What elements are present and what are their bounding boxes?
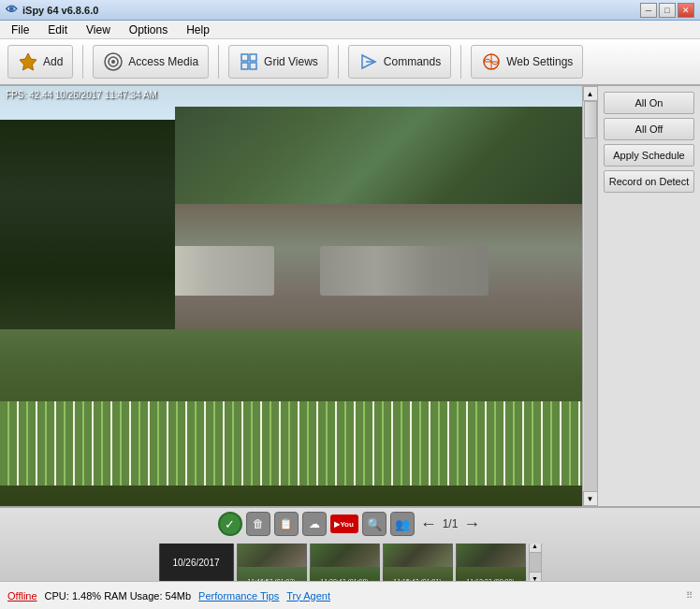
back-arrow[interactable]: ← (418, 513, 439, 536)
thumbnail-1[interactable]: 11:46:53 (01:02) (237, 544, 307, 581)
toolbar: Add Access Media Grid Views (0, 39, 700, 86)
apply-schedule-button[interactable]: Apply Schedule (604, 144, 694, 167)
menu-help[interactable]: Help (179, 22, 217, 38)
camera-image (0, 86, 582, 506)
cpu-ram-text: CPU: 1.48% RAM Usage: 54Mb (45, 590, 192, 602)
svg-marker-0 (20, 53, 36, 70)
commands-label: Commands (384, 55, 441, 68)
menu-bar: File Edit View Options Help (0, 21, 700, 39)
svg-rect-4 (241, 54, 248, 61)
scroll-track (584, 101, 597, 491)
grid-views-button[interactable]: Grid Views (228, 45, 328, 79)
forward-arrow[interactable]: → (461, 513, 482, 536)
perf-tips-link[interactable]: Performance Tips (198, 590, 279, 602)
commands-button[interactable]: Commands (348, 45, 451, 79)
fps-overlay: FPS: 42.44 10/26/2017 11:47:34 AM (6, 90, 157, 100)
menu-options[interactable]: Options (122, 22, 175, 38)
minimize-button[interactable]: ─ (640, 3, 657, 18)
thumb-3-label: 11:15:42 (01:01) (383, 578, 453, 581)
thumb-scroll-track (530, 553, 541, 572)
web-settings-button[interactable]: Web Settings (471, 45, 583, 79)
grid-views-icon (239, 51, 259, 72)
thumb-scrollbar[interactable]: ▲ ▼ (529, 544, 542, 581)
page-indicator: 1/1 (443, 517, 459, 530)
svg-point-3 (111, 60, 115, 64)
menu-edit[interactable]: Edit (40, 22, 75, 38)
all-on-button[interactable]: All On (604, 92, 694, 114)
thumb-scroll-up[interactable]: ▲ (530, 544, 541, 553)
access-media-button[interactable]: Access Media (93, 45, 209, 79)
add-label: Add (43, 55, 63, 68)
bottom-toolbar: ✓ 🗑 📋 ☁ ▶You 🔍 👥 ← 1/1 → 10/26/2017 11:4… (0, 506, 700, 581)
scroll-down-arrow[interactable]: ▼ (583, 491, 598, 506)
cloud-button[interactable]: ☁ (302, 512, 327, 536)
active-button[interactable]: ✓ (218, 512, 242, 536)
record-on-detect-button[interactable]: Record on Detect (604, 170, 694, 193)
separator-4 (460, 45, 461, 79)
separator-2 (218, 45, 219, 79)
title-bar: 👁 iSpy 64 v6.8.6.0 ─ □ ✕ (0, 0, 700, 21)
search-button[interactable]: 🔍 (362, 512, 386, 536)
app-icon: 👁 (6, 3, 18, 17)
separator-1 (82, 45, 83, 79)
date-box: 10/26/2017 (159, 544, 234, 581)
app-title: iSpy 64 v6.8.6.0 (22, 5, 98, 16)
youtube-button[interactable]: ▶You (330, 515, 358, 533)
thumbnail-3[interactable]: 11:15:42 (01:01) (383, 544, 453, 581)
thumbnail-2[interactable]: 11:38:42 (01:09) (310, 544, 380, 581)
add-icon (18, 51, 38, 72)
camera-view: FPS: 42.44 10/26/2017 11:47:34 AM (0, 86, 582, 506)
web-settings-icon (481, 51, 502, 72)
thumbnail-4[interactable]: 11:13:22 (00:09) (456, 544, 526, 581)
title-text: 👁 iSpy 64 v6.8.6.0 (6, 3, 98, 17)
grid-views-label: Grid Views (264, 55, 318, 68)
delete-button[interactable]: 🗑 (246, 512, 270, 536)
thumb-2-label: 11:38:42 (01:09) (310, 578, 380, 581)
status-dots: ⠿ (686, 590, 693, 601)
window-controls: ─ □ ✕ (640, 3, 694, 18)
menu-view[interactable]: View (79, 22, 118, 38)
right-panel: All On All Off Apply Schedule Record on … (597, 86, 700, 506)
svg-rect-7 (250, 63, 256, 69)
commands-icon (358, 51, 379, 72)
scroll-up-arrow[interactable]: ▲ (583, 86, 598, 101)
close-button[interactable]: ✕ (678, 3, 694, 18)
add-button[interactable]: Add (7, 45, 73, 79)
try-agent-link[interactable]: Try Agent (286, 590, 330, 602)
status-bar: Offline CPU: 1.48% RAM Usage: 54Mb Perfo… (0, 581, 700, 609)
separator-3 (338, 45, 339, 79)
settings-button[interactable]: 📋 (274, 512, 299, 536)
svg-rect-6 (241, 63, 248, 69)
offline-status[interactable]: Offline (7, 590, 37, 602)
thumb-4-label: 11:13:22 (00:09) (456, 578, 526, 581)
scroll-thumb[interactable] (584, 101, 597, 138)
access-media-label: Access Media (128, 55, 198, 68)
all-off-button[interactable]: All Off (604, 118, 694, 140)
thumb-1-label: 11:46:53 (01:02) (237, 578, 307, 581)
svg-rect-5 (250, 54, 256, 61)
group-button[interactable]: 👥 (390, 512, 415, 536)
main-scrollbar[interactable]: ▲ ▼ (582, 86, 597, 506)
maximize-button[interactable]: □ (659, 3, 676, 18)
menu-file[interactable]: File (4, 22, 36, 38)
thumb-scroll-down[interactable]: ▼ (530, 572, 541, 581)
web-settings-label: Web Settings (506, 55, 573, 68)
access-media-icon (103, 51, 124, 72)
main-area: FPS: 42.44 10/26/2017 11:47:34 AM ▲ ▼ Al… (0, 86, 700, 506)
